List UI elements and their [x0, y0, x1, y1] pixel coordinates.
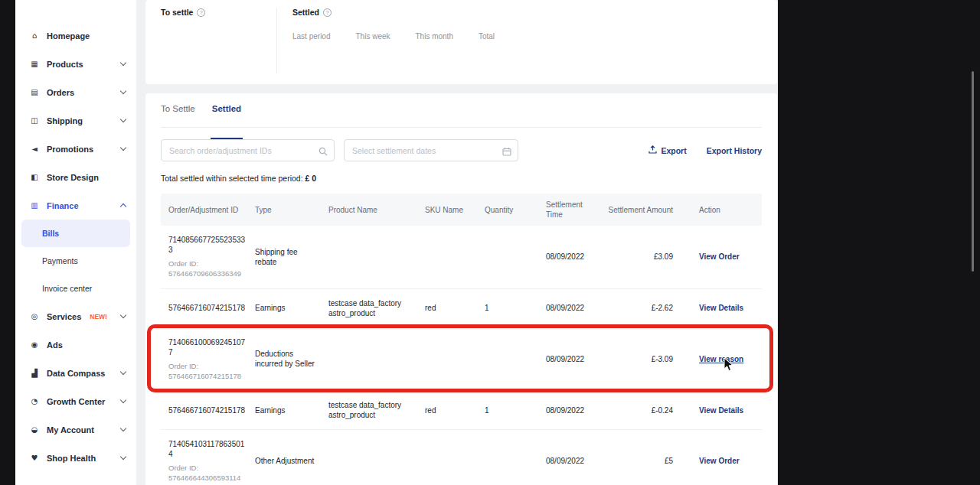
sidebar-item-finance[interactable]: ▥ Finance [15, 191, 136, 220]
user-icon: ◒ [29, 425, 40, 434]
type-cell: Other Adjustment [255, 456, 328, 466]
sidebar-subitem-bills[interactable]: Bills [21, 220, 130, 247]
sku-name-cell: red [425, 405, 485, 415]
table-row: 576466716074215178 Earnings testcase dat… [161, 289, 762, 328]
page-scrollbar[interactable] [972, 71, 974, 272]
sidebar-item-growth-center[interactable]: ◔ Growth Center [15, 387, 136, 415]
period-column-last-period: Last period [292, 32, 330, 41]
export-button[interactable]: Export [648, 145, 686, 155]
sidebar-item-shipping[interactable]: ◫ Shipping [15, 106, 136, 135]
sidebar-item-data-compass[interactable]: ▟ Data Compass [15, 359, 136, 387]
settlement-amount-cell: £5 [604, 456, 682, 466]
tab-to-settle[interactable]: To Settle [161, 104, 195, 127]
main-content: To settle Settled Last periodThis weekTh… [136, 0, 778, 485]
order-adjustment-id-cell: 576466716074215178 [161, 303, 255, 313]
table-header: Order/Adjustment IDTypeProduct NameSKU N… [161, 194, 762, 226]
settlement-time-cell: 08/09/2022 [546, 303, 604, 313]
mouse-cursor [724, 357, 734, 373]
services-icon: ◎ [29, 312, 40, 321]
sidebar: ⌂ Homepage ▦ Products ▤ Orders ◫ Shippin… [15, 0, 136, 485]
column-header-quantity: Quantity [485, 205, 546, 215]
column-header-action: Action [682, 205, 763, 215]
order-adjustment-id-cell: 7140541031178635014 Order ID: 5764666443… [161, 439, 255, 483]
chevron-down-icon [120, 116, 126, 122]
summary-label: Total settled within selected time perio… [161, 174, 303, 183]
order-adjustment-id-cell: 576466716074215178 [161, 405, 255, 415]
bills-tabs: To Settle Settled [161, 93, 762, 128]
action-cell: View Details [682, 303, 763, 313]
filters-row: Export Export History [161, 139, 762, 161]
sidebar-item-products[interactable]: ▦ Products [15, 50, 136, 78]
chevron-down-icon [120, 145, 126, 151]
sidebar-subitem-payments[interactable]: Payments [21, 247, 130, 275]
sidebar-subitem-invoice-center[interactable]: Invoice center [21, 275, 130, 302]
product-name-cell: testcase data_factory astro_product [328, 298, 425, 318]
action-link-view-order[interactable]: View Order [699, 457, 740, 465]
settled-total-summary: Total settled within selected time perio… [161, 174, 762, 183]
sidebar-item-orders[interactable]: ▤ Orders [15, 78, 136, 106]
action-cell: View reason [682, 354, 763, 364]
period-column-total: Total [479, 32, 495, 41]
order-adjustment-id-cell: 7140661000692451077 Order ID: 5764667160… [161, 337, 255, 382]
settled-section: Settled Last periodThis weekThis monthTo… [277, 6, 777, 84]
settlement-amount-cell: £3.09 [604, 252, 682, 262]
sidebar-item-ads[interactable]: ◉ Ads [15, 330, 136, 359]
settled-label: Settled [292, 8, 319, 17]
settlement-time-cell: 08/09/2022 [546, 456, 604, 466]
period-column-this-month: This month [416, 32, 453, 41]
table-row: 7140541031178635014 Order ID: 5764666443… [161, 430, 762, 485]
settlement-time-cell: 08/09/2022 [546, 405, 604, 415]
summary-value: £ 0 [305, 174, 317, 183]
table-row: 7140856677255235333 Order ID: 5764667096… [161, 226, 762, 289]
action-link-view-details[interactable]: View Details [699, 304, 743, 312]
calendar-icon [502, 145, 511, 159]
info-icon[interactable] [323, 8, 332, 17]
search-input[interactable] [161, 139, 335, 161]
sidebar-item-my-account[interactable]: ◒ My Account [15, 415, 136, 444]
settled-period-columns: Last periodThis weekThis monthTotal [292, 32, 777, 41]
export-icon [648, 145, 657, 155]
truck-icon: ◫ [29, 116, 40, 125]
info-icon[interactable] [197, 8, 205, 17]
new-badge: NEW! [90, 313, 107, 321]
bills-card: To Settle Settled [145, 93, 777, 485]
action-cell: View Details [682, 405, 763, 415]
products-icon: ▦ [29, 60, 40, 68]
table-row-highlighted: 7140661000692451077 Order ID: 5764667160… [161, 328, 762, 392]
table-body: 7140856677255235333 Order ID: 5764667096… [161, 226, 762, 485]
column-header-sku-name: SKU Name [425, 205, 485, 215]
chevron-down-icon [120, 369, 126, 375]
tab-settled[interactable]: Settled [212, 104, 241, 127]
type-cell: Shipping fee rebate [255, 247, 328, 267]
action-link-view-order[interactable]: View Order [699, 252, 740, 261]
megaphone-icon: ◄ [29, 145, 40, 153]
settlement-time-cell: 08/09/2022 [546, 252, 604, 262]
column-header-order-adjustment-id: Order/Adjustment ID [161, 205, 255, 215]
sidebar-item-shop-health[interactable]: ♥ Shop Health [15, 444, 136, 472]
type-cell: Deductions incurred by Seller [255, 349, 328, 369]
column-header-settlement-time: Settlement Time [546, 200, 604, 220]
bar-chart-icon: ▟ [29, 369, 40, 377]
column-header-type: Type [255, 205, 328, 215]
bank-card-icon: ▥ [29, 201, 40, 210]
action-link-view-reason[interactable]: View reason [699, 355, 743, 363]
home-icon: ⌂ [29, 31, 40, 40]
growth-icon: ◔ [29, 397, 40, 405]
chevron-down-icon [120, 312, 126, 318]
settlement-dates-input[interactable] [344, 139, 518, 161]
action-link-view-details[interactable]: View Details [699, 406, 743, 415]
orders-icon: ▤ [29, 88, 40, 96]
quantity-cell: 1 [485, 303, 546, 313]
sidebar-item-services[interactable]: ◎ Services NEW! [15, 302, 136, 330]
sidebar-item-store-design[interactable]: ◧ Store Design [15, 163, 136, 191]
settlement-overview-card: To settle Settled Last periodThis weekTh… [145, 0, 777, 84]
export-history-link[interactable]: Export History [707, 146, 762, 155]
column-header-settlement-amount: Settlement Amount [604, 205, 682, 215]
chevron-down-icon [120, 88, 126, 94]
sidebar-item-promotions[interactable]: ◄ Promotions [15, 135, 136, 163]
column-header-product-name: Product Name [328, 205, 425, 215]
settlement-amount-cell: £-3.09 [604, 354, 682, 364]
action-cell: View Order [682, 252, 763, 262]
sidebar-item-homepage[interactable]: ⌂ Homepage [15, 21, 136, 50]
settlement-time-cell: 08/09/2022 [546, 354, 604, 364]
